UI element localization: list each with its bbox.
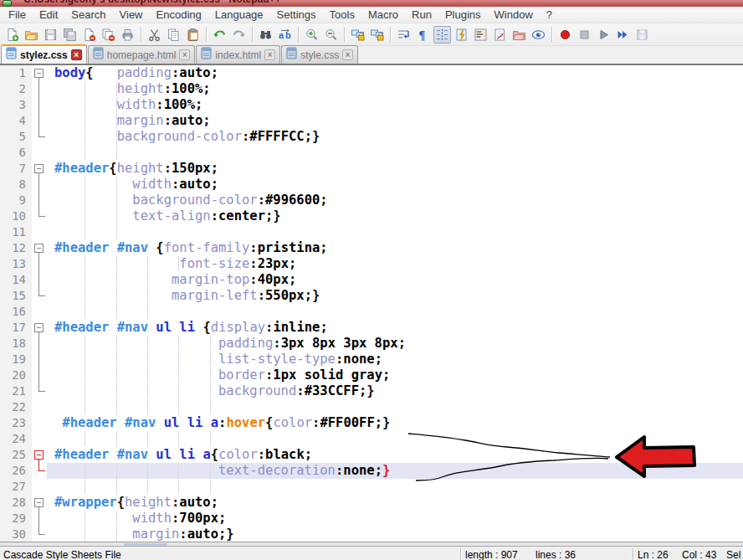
line-number[interactable]: 28 — [0, 495, 32, 511]
code-line[interactable]: 8 width:auto; — [0, 177, 743, 193]
line-number[interactable]: 24 — [0, 431, 32, 447]
code-line[interactable]: 11 — [0, 224, 743, 240]
fold-marker[interactable] — [32, 129, 47, 145]
code-text[interactable]: #header #nav ul li a{color:black; — [47, 447, 743, 463]
macro-play-icon[interactable] — [595, 26, 612, 44]
menu-settings[interactable]: Settings — [270, 7, 323, 23]
fold-marker[interactable] — [32, 352, 47, 367]
code-text[interactable] — [47, 399, 743, 415]
code-line[interactable]: 17#header #nav ul li {display:inline; — [0, 320, 743, 336]
close-all-icon[interactable] — [100, 26, 117, 44]
code-text[interactable] — [47, 304, 743, 320]
menu-tools[interactable]: Tools — [323, 7, 361, 23]
fold-marker[interactable] — [32, 336, 47, 352]
line-number[interactable]: 6 — [0, 145, 32, 161]
line-number[interactable]: 19 — [0, 352, 32, 367]
close-file-icon[interactable] — [80, 26, 98, 44]
line-number[interactable]: 7 — [0, 161, 32, 177]
code-text[interactable] — [47, 431, 743, 447]
menu-run[interactable]: Run — [405, 7, 438, 23]
function-list-icon[interactable] — [491, 26, 509, 44]
new-file-icon[interactable] — [3, 26, 21, 44]
code-line[interactable]: 25#header #nav ul li a{color:black; — [0, 447, 743, 463]
code-text[interactable]: margin:auto;} — [47, 527, 743, 542]
sync-vertical-scroll-icon[interactable] — [349, 26, 366, 44]
replace-icon[interactable]: ab — [276, 26, 294, 44]
code-text[interactable]: background-color:#FFFFCC;} — [47, 129, 743, 145]
fold-marker[interactable] — [32, 367, 47, 383]
code-line[interactable]: 21 background:#33CCFF;} — [0, 383, 743, 399]
menu-edit[interactable]: Edit — [33, 7, 64, 23]
line-number[interactable]: 4 — [0, 113, 32, 129]
code-line[interactable]: 20 border:1px solid gray; — [0, 367, 743, 383]
tab-close-icon[interactable]: × — [264, 49, 275, 60]
code-text[interactable]: #header{height:150px; — [47, 161, 743, 177]
code-line[interactable]: 22 — [0, 399, 743, 415]
macro-save-icon[interactable] — [633, 26, 651, 44]
zoom-in-icon[interactable] — [303, 26, 320, 44]
fold-marker[interactable] — [32, 65, 47, 81]
line-number[interactable]: 3 — [0, 97, 32, 113]
find-icon[interactable] — [257, 26, 274, 44]
sync-horizontal-scroll-icon[interactable] — [368, 26, 386, 44]
fold-marker[interactable] — [32, 240, 47, 256]
fold-marker[interactable] — [32, 447, 47, 463]
code-line[interactable]: 1body{ padding:auto; — [0, 65, 743, 81]
show-indent-guide-icon[interactable] — [433, 26, 451, 44]
code-line[interactable]: 5 background-color:#FFFFCC;} — [0, 129, 743, 145]
code-text[interactable]: padding:3px 8px 3px 8px; — [47, 336, 743, 352]
line-number[interactable]: 30 — [0, 527, 32, 542]
code-line[interactable]: 6 — [0, 145, 743, 161]
line-number[interactable]: 25 — [0, 447, 32, 463]
code-text[interactable]: #header #nav ul li {display:inline; — [47, 320, 743, 336]
code-line[interactable]: 24 — [0, 431, 743, 447]
fold-marker[interactable] — [32, 511, 47, 527]
code-text[interactable]: background:#33CCFF;} — [47, 383, 743, 399]
code-text[interactable] — [47, 224, 743, 240]
line-number[interactable]: 22 — [0, 399, 32, 415]
fold-marker[interactable] — [32, 320, 47, 336]
tab-style-css[interactable]: style.css× — [281, 45, 358, 64]
fold-marker[interactable] — [32, 97, 47, 113]
code-text[interactable]: #header #nav ul li a:hover{color:#FF00FF… — [47, 415, 743, 431]
tab-close-icon[interactable]: × — [179, 49, 190, 60]
menu-language[interactable]: Language — [208, 7, 270, 23]
monitoring-icon[interactable] — [530, 26, 547, 44]
show-all-characters-icon[interactable]: ¶ — [414, 26, 432, 44]
code-text[interactable]: width:700px; — [47, 511, 743, 527]
fold-marker[interactable] — [32, 208, 47, 224]
macro-run-multiple-icon[interactable] — [614, 26, 632, 44]
fold-marker[interactable] — [32, 288, 47, 304]
fold-marker[interactable] — [32, 527, 47, 542]
fold-marker[interactable] — [32, 383, 47, 399]
code-text[interactable]: text-align:center;} — [47, 208, 743, 224]
code-text[interactable]: body{ padding:auto; — [47, 65, 743, 81]
macro-stop-icon[interactable] — [576, 26, 593, 44]
title-bar[interactable]: C:\Users\geony's desktop\New\stylez.css … — [0, 0, 743, 7]
line-number[interactable]: 16 — [0, 304, 32, 320]
code-line[interactable]: 3 width:100%; — [0, 97, 743, 113]
code-text[interactable]: height:100%; — [47, 81, 743, 97]
fold-marker[interactable] — [32, 81, 47, 97]
code-line[interactable]: 7#header{height:150px; — [0, 161, 743, 177]
menu-encoding[interactable]: Encoding — [150, 7, 208, 23]
code-text[interactable] — [47, 479, 743, 495]
tab-close-icon[interactable]: × — [342, 49, 353, 60]
fold-marker[interactable] — [32, 193, 47, 208]
zoom-out-icon[interactable] — [322, 26, 340, 44]
line-number[interactable]: 20 — [0, 367, 32, 383]
open-file-icon[interactable] — [23, 26, 40, 44]
line-number[interactable]: 18 — [0, 336, 32, 352]
code-text[interactable]: list-style-type:none; — [47, 352, 743, 367]
tab-homepage-html[interactable]: homepage.html× — [88, 45, 196, 64]
code-text[interactable]: #header #nav {font-family:pristina; — [47, 240, 743, 256]
code-line[interactable]: 23 #header #nav ul li a:hover{color:#FF0… — [0, 415, 743, 431]
fold-marker[interactable] — [32, 256, 47, 272]
line-number[interactable]: 8 — [0, 177, 32, 193]
code-line[interactable]: 2 height:100%; — [0, 81, 743, 97]
line-number[interactable]: 21 — [0, 383, 32, 399]
word-wrap-icon[interactable] — [395, 26, 412, 44]
print-icon[interactable] — [119, 26, 136, 44]
code-text[interactable]: margin-top:40px; — [47, 272, 743, 288]
line-number[interactable]: 23 — [0, 415, 32, 431]
